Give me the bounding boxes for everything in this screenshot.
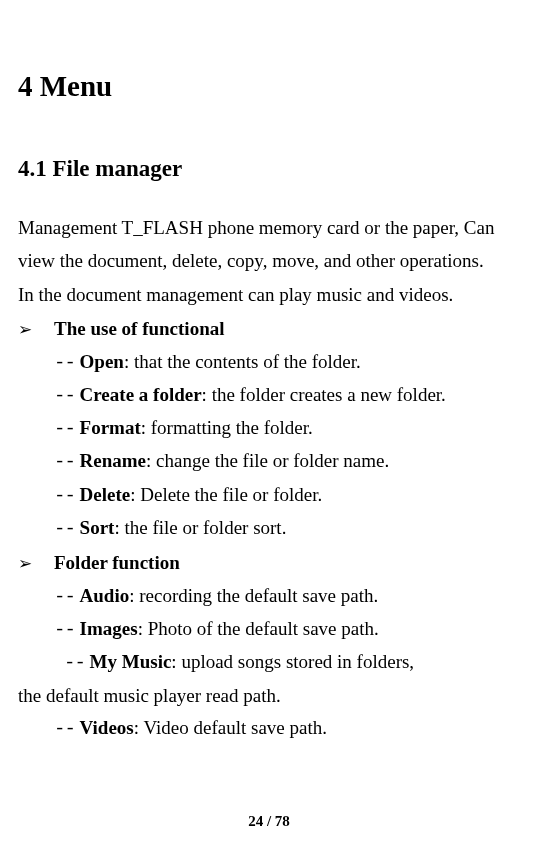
intro-paragraph-2: In the document management can play musi… [18,279,520,311]
item-desc: Delete the file or folder. [135,484,322,505]
section2-items: -- Audio: recording the default save pat… [18,580,520,680]
item-term: Create a folder [80,384,202,405]
bullet-label: The use of functional [54,313,225,345]
item-term: Open [80,351,124,372]
item-desc: formatting the folder. [146,417,313,438]
dash-prefix: -- [54,385,75,407]
bullet-folder-function: ➢ Folder function [18,547,520,579]
bullet-use-of-functional: ➢ The use of functional [18,313,520,345]
dash-prefix: -- [54,485,75,507]
item-term: My Music [90,651,172,672]
item-desc-part1: upload songs stored in folders, [177,651,414,672]
intro-paragraph-1: Management T_FLASH phone memory card or … [18,212,520,277]
item-desc: the file or folder sort. [120,517,287,538]
dash-prefix: -- [54,352,75,374]
heading-2: 4.1 File manager [18,149,520,188]
dash-prefix: -- [64,652,85,674]
item-term: Delete [80,484,131,505]
page-number: 24 / 78 [0,809,538,835]
item-term: Sort [80,517,115,538]
item-term: Format [80,417,141,438]
item-term: Audio [80,585,130,606]
item-desc: recording the default save path. [134,585,378,606]
item-term: Rename [80,450,146,471]
list-item: -- Videos: Video default save path. [54,712,520,745]
list-item: -- Delete: Delete the file or folder. [54,479,520,512]
list-item: -- Audio: recording the default save pat… [54,580,520,613]
item-desc: Photo of the default save path. [143,618,379,639]
bullet-arrow-icon: ➢ [18,316,54,345]
list-item: -- Open: that the contents of the folder… [54,346,520,379]
dash-prefix: -- [54,451,75,473]
dash-prefix: -- [54,718,75,740]
item-term: Images [80,618,138,639]
section1-items: -- Open: that the contents of the folder… [18,346,520,546]
list-item: -- Sort: the file or folder sort. [54,512,520,545]
item-term: Videos [80,717,134,738]
dash-prefix: -- [54,518,75,540]
section2-videos: -- Videos: Video default save path. [18,712,520,745]
list-item-mymusic-cont: the default music player read path. [18,680,520,712]
item-desc: Video default save path. [139,717,327,738]
list-item: -- Format: formatting the folder. [54,412,520,445]
dash-prefix: -- [54,418,75,440]
list-item: -- Rename: change the file or folder nam… [54,445,520,478]
item-desc: that the contents of the folder. [129,351,361,372]
list-item: -- Images: Photo of the default save pat… [54,613,520,646]
bullet-label: Folder function [54,547,180,579]
list-item-mymusic: -- My Music: upload songs stored in fold… [54,646,520,679]
list-item: -- Create a folder: the folder creates a… [54,379,520,412]
dash-prefix: -- [54,619,75,641]
heading-1: 4 Menu [18,62,520,111]
bullet-arrow-icon: ➢ [18,550,54,579]
item-desc: the folder creates a new folder. [207,384,446,405]
item-desc: change the file or folder name. [151,450,389,471]
dash-prefix: -- [54,586,75,608]
